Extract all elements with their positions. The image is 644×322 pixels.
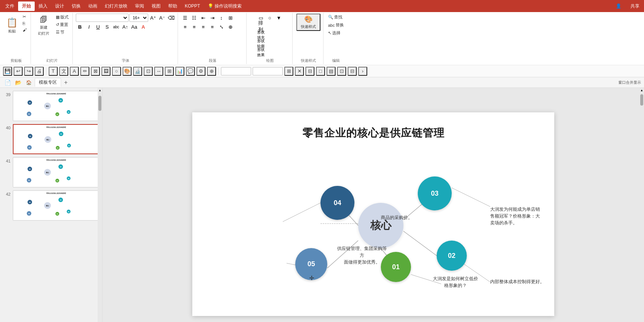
shape-fill-button[interactable]: 形状填充 — [257, 31, 265, 39]
slide-item-39[interactable]: 39 零售企业的核心是供应链管理 核心 04 03 02 01 05 — [3, 91, 99, 121]
menu-transition[interactable]: 切换 — [68, 2, 84, 11]
width-input[interactable]: 0 厘米 — [221, 67, 251, 75]
new-file-button[interactable]: 📄 — [3, 78, 12, 87]
select-button[interactable]: ↖ 选择 — [327, 29, 342, 37]
save-quick-button[interactable]: 💾 — [3, 67, 12, 76]
char-format-button[interactable]: A — [70, 67, 79, 76]
format-paint-button[interactable]: 🖌 — [21, 27, 28, 33]
print-button[interactable]: 🖨 — [35, 67, 44, 76]
grid-button[interactable]: ⊞ — [284, 67, 293, 76]
border-button[interactable]: □ — [316, 67, 325, 76]
pen-button[interactable]: ✏ — [80, 67, 89, 76]
oval-button[interactable]: ○ — [112, 67, 121, 76]
menu-view[interactable]: 视图 — [148, 2, 164, 11]
cut-button[interactable]: ✂ — [21, 14, 28, 20]
layout2-button[interactable]: ▤ — [327, 67, 336, 76]
shape-more-button[interactable]: ▼ — [275, 14, 283, 22]
color-fill-button[interactable]: 🎨 — [123, 67, 132, 76]
node-02[interactable]: 02 — [437, 241, 467, 271]
new-slide-button[interactable]: 🗐 新建 幻灯片 — [34, 14, 54, 38]
home-button[interactable]: 🏠 — [24, 78, 33, 87]
menu-file[interactable]: 文件 — [2, 2, 18, 11]
indent-increase-button[interactable]: ⇥ — [208, 14, 216, 22]
menu-home[interactable]: 开始 — [18, 2, 35, 11]
reset-button[interactable]: ↺ 重置 — [54, 21, 70, 28]
slide-thumb-39[interactable]: 零售企业的核心是供应链管理 核心 04 03 02 01 05 — [13, 91, 99, 121]
font-decrease-button[interactable]: A⁻ — [158, 14, 166, 22]
slide-item-41[interactable]: 41 零售企业的核心是供应链管理 核心 04 03 02 01 05 — [3, 157, 99, 187]
redo-button[interactable]: ↪ — [24, 67, 33, 76]
align-right-button[interactable]: ≡ — [199, 23, 207, 31]
close-slide-button[interactable]: ✕ — [295, 67, 304, 76]
height-input[interactable]: 0 厘米 — [253, 67, 283, 75]
shape-effect-button[interactable]: 形状效果 — [257, 48, 265, 57]
view-switch-button[interactable]: ⊟ — [305, 67, 314, 76]
strikethrough-button[interactable]: S — [103, 23, 111, 31]
align-button[interactable]: ⊡ — [337, 67, 346, 76]
tab-template[interactable]: 模板专区 — [35, 78, 61, 87]
align-center-button[interactable]: ≡ — [190, 23, 198, 31]
slide-item-40[interactable]: 40 零售企业的核心是供应链管理 核心 04 03 02 01 05 — [3, 124, 99, 154]
underline-button[interactable]: U — [94, 23, 102, 31]
distribute-button[interactable]: ⊟ — [348, 67, 357, 76]
menu-insert[interactable]: 插入 — [35, 2, 51, 11]
slide-thumb-41[interactable]: 零售企业的核心是供应链管理 核心 04 03 02 01 05 — [13, 157, 99, 187]
node-04[interactable]: 04 — [320, 186, 354, 220]
italic-button[interactable]: I — [85, 23, 93, 31]
canvas-scrollbar[interactable]: ▲ ▼ — [639, 88, 644, 322]
smart-art-button[interactable]: ⊕ — [226, 23, 235, 31]
shape-outline-button[interactable]: 形状轮廓 — [257, 40, 265, 48]
char-space-button[interactable]: A↑ — [121, 23, 129, 31]
shadow-button[interactable]: abc — [112, 23, 120, 31]
group-button[interactable]: ⊞ — [165, 67, 174, 76]
list-number-button[interactable]: ☷ — [190, 14, 198, 22]
scroll-up-button[interactable]: ▲ — [98, 88, 102, 93]
slide-thumb-42[interactable]: 零售企业的核心是供应链管理 核心 04 03 02 01 05 — [13, 190, 99, 221]
menu-design[interactable]: 设计 — [51, 2, 68, 11]
section-button[interactable]: ☰ 节 — [54, 29, 70, 36]
list-bullet-button[interactable]: ☰ — [181, 14, 189, 22]
node-05[interactable]: 05 — [295, 248, 327, 280]
layout-button[interactable]: ▦ 版式 — [54, 14, 70, 21]
canvas-scroll-up[interactable]: ▲ — [639, 88, 644, 93]
columns-button[interactable]: ⊞ — [226, 14, 235, 22]
shape-oval-button[interactable]: ○ — [266, 14, 274, 22]
change-case-button[interactable]: Aa — [130, 23, 138, 31]
crop-button[interactable]: ⊡ — [144, 67, 153, 76]
menu-slideshow[interactable]: 幻灯片放映 — [101, 2, 131, 11]
image-button[interactable]: 🖼 — [101, 67, 110, 76]
font-increase-button[interactable]: A⁺ — [149, 14, 157, 22]
more-tools-button[interactable]: ⊕ — [207, 67, 216, 76]
canvas-scroll-thumb[interactable] — [640, 94, 643, 106]
align-justify-button[interactable]: ≡ — [208, 23, 216, 31]
clear-format-button[interactable]: ⌫ — [167, 14, 175, 22]
eyedropper-button[interactable]: 🔬 — [133, 67, 142, 76]
menu-review[interactable]: 审阅 — [131, 2, 148, 11]
menu-help[interactable]: 帮助 — [164, 2, 181, 11]
font-name-select[interactable] — [76, 14, 129, 22]
copy-button[interactable]: ⎘ — [21, 20, 28, 26]
menu-animation[interactable]: 动画 — [84, 2, 101, 11]
text-box-button[interactable]: T — [49, 67, 58, 76]
replace-button[interactable]: abc 替换 — [327, 21, 345, 29]
eraser-button[interactable]: ⊠ — [91, 67, 100, 76]
more-right-button[interactable]: › — [358, 67, 367, 76]
font-size-select[interactable]: 16+ — [129, 14, 148, 22]
arrange-button[interactable]: 排列 — [257, 22, 265, 31]
paste-button[interactable]: 📋 粘贴 — [4, 14, 20, 38]
font-color-button[interactable]: A — [139, 23, 147, 31]
user-icon[interactable]: 👤 — [613, 3, 624, 9]
find-button[interactable]: 🔍 查找 — [327, 14, 344, 21]
node-03[interactable]: 03 — [418, 176, 452, 210]
chart-button[interactable]: 📊 — [175, 67, 184, 76]
window-merge-button[interactable]: 窗口合并显示 — [618, 80, 641, 85]
indent-decrease-button[interactable]: ⇤ — [199, 14, 207, 22]
menu-search[interactable]: 💡 操作说明搜索 — [204, 2, 245, 11]
menu-koppt[interactable]: KOPPT — [181, 2, 204, 10]
flip-h-button[interactable]: ↔ — [154, 67, 163, 76]
quick-style-button[interactable]: 🎨 快速样式 — [296, 14, 320, 31]
scroll-thumb[interactable] — [98, 96, 101, 111]
slide-panel-scrollbar[interactable]: ▲ ▼ — [98, 88, 102, 322]
share-button[interactable]: 共享 — [627, 2, 642, 10]
text-direction-button[interactable]: ⤡ — [217, 23, 225, 31]
